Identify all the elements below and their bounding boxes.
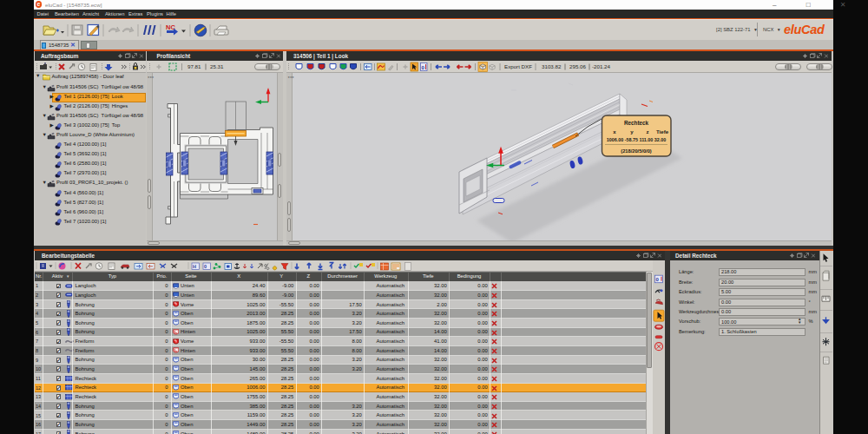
svg-text:295.06: 295.06 [569, 63, 586, 69]
svg-text:z: z [646, 128, 648, 135]
svg-text:Export DXF: Export DXF [504, 63, 532, 69]
svg-text:Tiefe: Tiefe [656, 128, 669, 135]
svg-text:97.81: 97.81 [187, 63, 201, 69]
svg-text:-201.24: -201.24 [592, 63, 611, 69]
svg-text:Rechteck: Rechteck [624, 120, 648, 126]
svg-text:25.31: 25.31 [210, 63, 224, 69]
svg-text:1006.00 -58.75 111.00 32.00: 1006.00 -58.75 111.00 32.00 [607, 137, 667, 142]
svg-text:H: H [193, 264, 196, 269]
svg-text:0: 0 [204, 264, 207, 269]
svg-text:3103.82: 3103.82 [542, 63, 562, 69]
svg-text:(218/20/5/0/0): (218/20/5/0/0) [621, 148, 652, 154]
